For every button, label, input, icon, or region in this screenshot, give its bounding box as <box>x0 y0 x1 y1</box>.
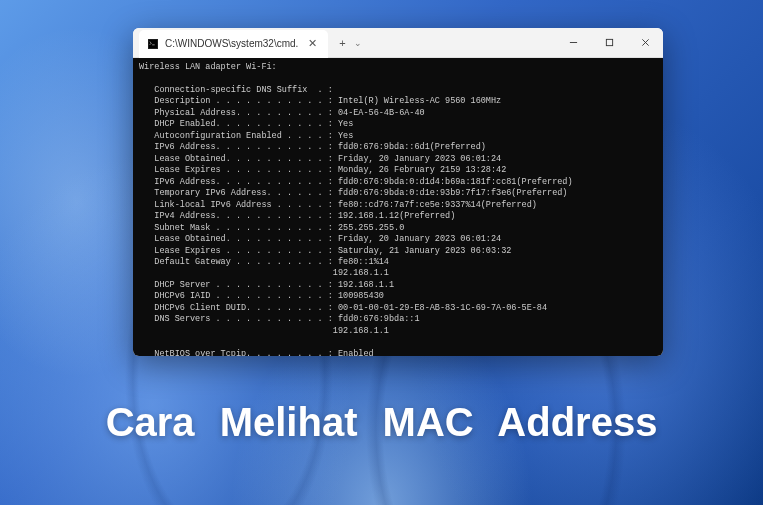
minimize-button[interactable] <box>555 28 591 57</box>
svg-rect-4 <box>606 39 612 45</box>
caption-text: Cara Melihat MAC Address <box>0 400 763 445</box>
maximize-button[interactable] <box>591 28 627 57</box>
window-titlebar[interactable]: C:\WINDOWS\system32\cmd. ✕ + ⌄ <box>133 28 663 58</box>
window-controls <box>555 28 663 57</box>
terminal-output[interactable]: Wireless LAN adapter Wi-Fi: Connection-s… <box>133 58 663 356</box>
terminal-tab[interactable]: C:\WINDOWS\system32\cmd. ✕ <box>139 30 328 58</box>
tab-dropdown-icon[interactable]: ⌄ <box>354 38 362 48</box>
new-tab-button[interactable]: + <box>334 35 350 51</box>
tab-title: C:\WINDOWS\system32\cmd. <box>165 38 298 49</box>
cmd-icon <box>147 38 159 50</box>
terminal-window: C:\WINDOWS\system32\cmd. ✕ + ⌄ Wireless … <box>133 28 663 356</box>
tab-close-icon[interactable]: ✕ <box>304 36 320 52</box>
close-button[interactable] <box>627 28 663 57</box>
